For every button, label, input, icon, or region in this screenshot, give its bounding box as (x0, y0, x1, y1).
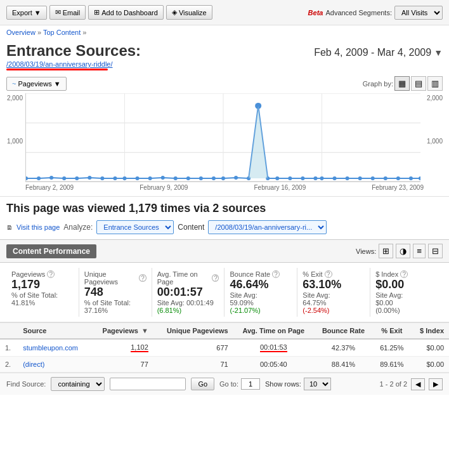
svg-point-19 (174, 176, 178, 180)
export-button[interactable]: Export ▼ (6, 6, 47, 20)
page-title: Entrance Sources: (6, 42, 141, 60)
sparkline-icon: ~ (12, 80, 16, 88)
graph-type-line-button[interactable]: ▦ (394, 76, 410, 91)
row-2-exit: 89.61% (373, 357, 411, 373)
stat-bounce-label: Bounce Rate (230, 270, 270, 278)
stat-index-sub: Site Avg:$0.00 (375, 291, 438, 307)
show-rows-label: Show rows: (265, 380, 301, 388)
table-header-row: Source Pageviews ▼ Unique Pageviews Avg.… (0, 323, 449, 340)
view-list-button[interactable]: ≡ (413, 244, 426, 258)
breadcrumb-overview[interactable]: Overview (6, 29, 36, 36)
svg-point-11 (75, 176, 79, 180)
svg-point-35 (358, 176, 362, 180)
visit-this-page-link[interactable]: Visit this page (16, 223, 60, 231)
th-avg-time: Avg. Time on Page (233, 323, 314, 340)
goto-label: Go to: (219, 380, 238, 388)
table-footer: Find Source: containing Go Go to: Show r… (0, 373, 449, 395)
pageviews-btn-label: Pageviews (18, 80, 51, 88)
row-2-pageviews: 77 (91, 357, 153, 373)
row-2-source[interactable]: (direct) (18, 357, 91, 373)
y-label-2000: 2,000 (6, 95, 25, 102)
y-label-right-1000: 1,000 (420, 138, 443, 145)
stat-avg-time-value: 00:01:57 (157, 286, 219, 299)
table-row: 2. (direct) 77 71 00:05:40 88.41% 89.61%… (0, 357, 449, 373)
view-grid-button[interactable]: ⊞ (379, 244, 393, 258)
next-page-button[interactable]: ▶ (429, 378, 443, 390)
y-label-1000: 1,000 (6, 138, 25, 145)
svg-point-18 (161, 176, 165, 180)
row-1-exit: 61.25% (373, 339, 411, 357)
email-button[interactable]: ✉ Email (49, 5, 86, 20)
row-1-source[interactable]: stumbleupon.com (18, 339, 91, 357)
pageviews-arrow-icon: ▼ (54, 80, 61, 88)
breadcrumb-sep2: » (82, 29, 86, 36)
content-url-select[interactable]: /2008/03/19/an-anniversary-ri... (208, 220, 327, 234)
y-axis-left: 2,000 1,000 (6, 93, 25, 182)
avg-time-help-icon[interactable]: ? (212, 274, 219, 282)
prev-page-button[interactable]: ◀ (411, 378, 425, 390)
stat-exit-value: 63.10% (303, 278, 365, 291)
stat-index-pct: (0.00%) (375, 307, 438, 314)
stat-avg-time-sub: Site Avg: 00:01:49 (157, 299, 219, 307)
graph-type-compare-button[interactable]: ▥ (427, 76, 443, 91)
x-label-feb2: February 2, 2009 (25, 184, 74, 191)
goto-input[interactable] (241, 378, 260, 390)
svg-point-15 (122, 176, 126, 180)
svg-point-31 (313, 176, 317, 180)
row-1-pageviews-val: 1,102 (131, 343, 148, 352)
stat-exit-label: % Exit (303, 270, 322, 278)
svg-point-29 (288, 176, 292, 180)
row-2-num: 2. (0, 357, 18, 373)
sort-arrow-icon: ▼ (141, 327, 148, 334)
pageviews-button[interactable]: ~ Pageviews ▼ (6, 77, 67, 91)
svg-point-7 (26, 176, 28, 180)
stat-pageviews: Pageviews ? 1,179 % of Site Total:41.81% (6, 268, 79, 317)
svg-point-37 (384, 176, 387, 180)
date-range: Feb 4, 2009 - Mar 4, 2009 ▼ (314, 47, 443, 58)
go-button[interactable]: Go (191, 378, 214, 390)
all-visits-select[interactable]: All Visits (394, 6, 443, 20)
add-dashboard-button[interactable]: ⊞ Add to Dashboard (88, 5, 164, 20)
breadcrumb: Overview » Top Content » (0, 25, 449, 39)
exit-help-icon[interactable]: ? (325, 270, 332, 278)
y-label-right-2000: 2,000 (420, 95, 443, 102)
find-source-select[interactable]: containing (51, 377, 105, 391)
th-source: Source (18, 323, 91, 340)
page-icon: 🗎 (6, 224, 13, 231)
svg-point-24 (234, 176, 238, 180)
th-pageviews[interactable]: Pageviews ▼ (91, 323, 153, 340)
stat-avg-time-label: Avg. Time on Page (157, 270, 211, 286)
visualize-button[interactable]: ◈ Visualize (166, 5, 212, 20)
svg-point-8 (37, 176, 41, 180)
visualize-icon: ◈ (172, 8, 177, 17)
view-pie-button[interactable]: ◑ (396, 244, 410, 258)
stat-unique-label: Unique Pageviews (84, 270, 138, 286)
analyze-entrance-sources-select[interactable]: Entrance Sources (96, 220, 174, 234)
table-row: 1. stumbleupon.com 1,102 677 00:01:53 42… (0, 339, 449, 357)
unique-help-icon[interactable]: ? (139, 274, 146, 282)
stat-bounce-pct: (-21.07%) (230, 307, 292, 314)
graph-type-bar-button[interactable]: ▤ (411, 76, 426, 91)
chart-svg (26, 93, 420, 182)
svg-point-22 (212, 176, 216, 180)
svg-point-30 (301, 176, 304, 180)
date-range-arrow-icon[interactable]: ▼ (434, 48, 443, 58)
pageviews-help-icon[interactable]: ? (47, 270, 55, 278)
find-source-input[interactable] (110, 378, 186, 390)
show-rows-select[interactable]: 10 25 50 (304, 378, 331, 390)
th-bounce: Bounce Rate (314, 323, 373, 340)
stat-exit-sub: Site Avg:64.75% (303, 291, 365, 307)
page-title-section: Entrance Sources: /2008/03/19/an-anniver… (6, 42, 141, 69)
data-table: Source Pageviews ▼ Unique Pageviews Avg.… (0, 322, 449, 373)
index-help-icon[interactable]: ? (400, 270, 408, 278)
email-label: Email (63, 9, 81, 17)
stat-pageviews-label: Pageviews (11, 270, 45, 278)
bounce-help-icon[interactable]: ? (272, 270, 280, 278)
row-1-unique: 677 (153, 339, 233, 357)
breadcrumb-top-content[interactable]: Top Content (43, 29, 81, 36)
svg-point-34 (346, 176, 349, 180)
row-1-time-val: 00:01:53 (260, 343, 287, 352)
analyze-label: Analyze: (63, 223, 93, 232)
view-compare-button[interactable]: ⊟ (428, 244, 443, 258)
row-1-num: 1. (0, 339, 18, 357)
